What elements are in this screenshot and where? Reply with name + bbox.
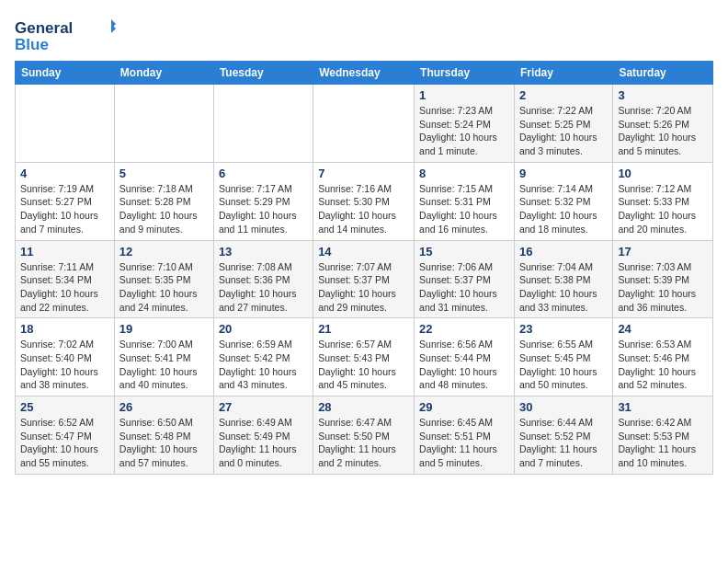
day-info: Sunrise: 7:16 AM Sunset: 5:30 PM Dayligh…	[318, 182, 409, 236]
calendar-cell: 13Sunrise: 7:08 AM Sunset: 5:36 PM Dayli…	[213, 240, 313, 318]
calendar-cell: 10Sunrise: 7:12 AM Sunset: 5:33 PM Dayli…	[613, 162, 713, 240]
day-info: Sunrise: 7:19 AM Sunset: 5:27 PM Dayligh…	[20, 182, 109, 236]
calendar-cell: 26Sunrise: 6:50 AM Sunset: 5:48 PM Dayli…	[114, 396, 213, 475]
calendar-cell: 27Sunrise: 6:49 AM Sunset: 5:49 PM Dayli…	[213, 396, 313, 475]
day-number: 9	[519, 167, 608, 180]
calendar-cell: 1Sunrise: 7:23 AM Sunset: 5:24 PM Daylig…	[415, 85, 515, 163]
day-number: 3	[618, 88, 708, 102]
day-info: Sunrise: 7:12 AM Sunset: 5:33 PM Dayligh…	[618, 182, 708, 236]
day-number: 7	[318, 167, 409, 180]
day-number: 1	[419, 88, 509, 102]
weekday-header: Monday	[114, 62, 213, 85]
calendar-cell: 31Sunrise: 6:42 AM Sunset: 5:53 PM Dayli…	[613, 396, 713, 475]
calendar-cell: 3Sunrise: 7:20 AM Sunset: 5:26 PM Daylig…	[613, 85, 713, 163]
calendar-cell: 4Sunrise: 7:19 AM Sunset: 5:27 PM Daylig…	[16, 162, 115, 240]
day-number: 12	[119, 245, 209, 259]
calendar-cell: 15Sunrise: 7:06 AM Sunset: 5:37 PM Dayli…	[415, 240, 515, 318]
day-number: 19	[119, 322, 209, 336]
day-number: 14	[318, 245, 409, 259]
day-number: 22	[419, 322, 509, 336]
calendar-cell: 16Sunrise: 7:04 AM Sunset: 5:38 PM Dayli…	[514, 240, 612, 318]
day-info: Sunrise: 7:10 AM Sunset: 5:35 PM Dayligh…	[119, 260, 209, 315]
day-info: Sunrise: 7:08 AM Sunset: 5:36 PM Dayligh…	[219, 260, 308, 315]
calendar-cell: 20Sunrise: 6:59 AM Sunset: 5:42 PM Dayli…	[213, 318, 313, 396]
day-info: Sunrise: 7:20 AM Sunset: 5:26 PM Dayligh…	[618, 104, 708, 158]
day-number: 2	[519, 88, 608, 102]
calendar-cell: 12Sunrise: 7:10 AM Sunset: 5:35 PM Dayli…	[114, 240, 213, 318]
svg-text:Blue: Blue	[15, 36, 49, 53]
day-info: Sunrise: 7:22 AM Sunset: 5:25 PM Dayligh…	[519, 104, 608, 158]
day-info: Sunrise: 7:14 AM Sunset: 5:32 PM Dayligh…	[519, 182, 608, 236]
day-info: Sunrise: 7:02 AM Sunset: 5:40 PM Dayligh…	[20, 338, 109, 392]
day-info: Sunrise: 6:55 AM Sunset: 5:45 PM Dayligh…	[519, 338, 608, 392]
day-info: Sunrise: 7:00 AM Sunset: 5:41 PM Dayligh…	[119, 338, 209, 392]
day-info: Sunrise: 7:07 AM Sunset: 5:37 PM Dayligh…	[318, 260, 409, 315]
day-info: Sunrise: 7:11 AM Sunset: 5:34 PM Dayligh…	[20, 260, 109, 315]
logo: General Blue	[15, 15, 116, 53]
calendar-table: SundayMondayTuesdayWednesdayThursdayFrid…	[15, 61, 713, 475]
calendar-cell: 11Sunrise: 7:11 AM Sunset: 5:34 PM Dayli…	[16, 240, 115, 318]
day-number: 16	[519, 245, 608, 259]
day-info: Sunrise: 7:23 AM Sunset: 5:24 PM Dayligh…	[419, 104, 509, 158]
day-info: Sunrise: 6:47 AM Sunset: 5:50 PM Dayligh…	[318, 416, 409, 470]
day-number: 17	[618, 245, 708, 259]
day-number: 30	[519, 400, 608, 414]
day-info: Sunrise: 7:17 AM Sunset: 5:29 PM Dayligh…	[219, 182, 308, 236]
day-info: Sunrise: 7:06 AM Sunset: 5:37 PM Dayligh…	[419, 260, 509, 315]
calendar-cell	[313, 85, 415, 163]
weekday-header: Thursday	[415, 62, 515, 85]
calendar-cell: 30Sunrise: 6:44 AM Sunset: 5:52 PM Dayli…	[514, 396, 612, 475]
day-number: 18	[20, 322, 109, 336]
day-number: 6	[219, 167, 308, 180]
day-number: 26	[119, 400, 209, 414]
day-number: 20	[219, 322, 308, 336]
day-info: Sunrise: 6:45 AM Sunset: 5:51 PM Dayligh…	[419, 416, 509, 470]
day-info: Sunrise: 6:44 AM Sunset: 5:52 PM Dayligh…	[519, 416, 608, 470]
day-number: 15	[419, 245, 509, 259]
day-number: 31	[618, 400, 708, 414]
day-number: 24	[618, 322, 708, 336]
day-number: 27	[219, 400, 308, 414]
calendar-cell: 8Sunrise: 7:15 AM Sunset: 5:31 PM Daylig…	[415, 162, 515, 240]
day-info: Sunrise: 7:15 AM Sunset: 5:31 PM Dayligh…	[419, 182, 509, 236]
day-info: Sunrise: 6:50 AM Sunset: 5:48 PM Dayligh…	[119, 416, 209, 470]
logo-svg: General Blue	[15, 15, 116, 53]
day-number: 28	[318, 400, 409, 414]
day-number: 4	[20, 167, 109, 180]
calendar-cell: 9Sunrise: 7:14 AM Sunset: 5:32 PM Daylig…	[514, 162, 612, 240]
day-info: Sunrise: 7:04 AM Sunset: 5:38 PM Dayligh…	[519, 260, 608, 315]
day-info: Sunrise: 6:52 AM Sunset: 5:47 PM Dayligh…	[20, 416, 109, 470]
calendar-cell: 6Sunrise: 7:17 AM Sunset: 5:29 PM Daylig…	[213, 162, 313, 240]
weekday-header: Wednesday	[313, 62, 415, 85]
day-number: 23	[519, 322, 608, 336]
calendar-cell: 2Sunrise: 7:22 AM Sunset: 5:25 PM Daylig…	[514, 85, 612, 163]
calendar-cell: 22Sunrise: 6:56 AM Sunset: 5:44 PM Dayli…	[415, 318, 515, 396]
calendar-cell: 29Sunrise: 6:45 AM Sunset: 5:51 PM Dayli…	[415, 396, 515, 475]
calendar-cell: 7Sunrise: 7:16 AM Sunset: 5:30 PM Daylig…	[313, 162, 415, 240]
calendar-cell: 23Sunrise: 6:55 AM Sunset: 5:45 PM Dayli…	[514, 318, 612, 396]
weekday-header: Friday	[514, 62, 612, 85]
calendar-cell: 24Sunrise: 6:53 AM Sunset: 5:46 PM Dayli…	[613, 318, 713, 396]
day-info: Sunrise: 6:42 AM Sunset: 5:53 PM Dayligh…	[618, 416, 708, 470]
calendar-cell: 5Sunrise: 7:18 AM Sunset: 5:28 PM Daylig…	[114, 162, 213, 240]
weekday-header: Tuesday	[213, 62, 313, 85]
day-info: Sunrise: 7:18 AM Sunset: 5:28 PM Dayligh…	[119, 182, 209, 236]
calendar-cell: 14Sunrise: 7:07 AM Sunset: 5:37 PM Dayli…	[313, 240, 415, 318]
day-info: Sunrise: 6:57 AM Sunset: 5:43 PM Dayligh…	[318, 338, 409, 392]
day-number: 11	[20, 245, 109, 259]
day-number: 29	[419, 400, 509, 414]
weekday-header: Saturday	[613, 62, 713, 85]
calendar-cell: 17Sunrise: 7:03 AM Sunset: 5:39 PM Dayli…	[613, 240, 713, 318]
day-info: Sunrise: 6:53 AM Sunset: 5:46 PM Dayligh…	[618, 338, 708, 392]
day-number: 21	[318, 322, 409, 336]
weekday-header: Sunday	[16, 62, 115, 85]
day-number: 5	[119, 167, 209, 180]
calendar-cell	[16, 85, 115, 163]
day-info: Sunrise: 7:03 AM Sunset: 5:39 PM Dayligh…	[618, 260, 708, 315]
calendar-cell: 18Sunrise: 7:02 AM Sunset: 5:40 PM Dayli…	[16, 318, 115, 396]
calendar-cell: 21Sunrise: 6:57 AM Sunset: 5:43 PM Dayli…	[313, 318, 415, 396]
calendar-cell: 28Sunrise: 6:47 AM Sunset: 5:50 PM Dayli…	[313, 396, 415, 475]
day-info: Sunrise: 6:56 AM Sunset: 5:44 PM Dayligh…	[419, 338, 509, 392]
day-number: 25	[20, 400, 109, 414]
header: General Blue	[15, 15, 713, 53]
